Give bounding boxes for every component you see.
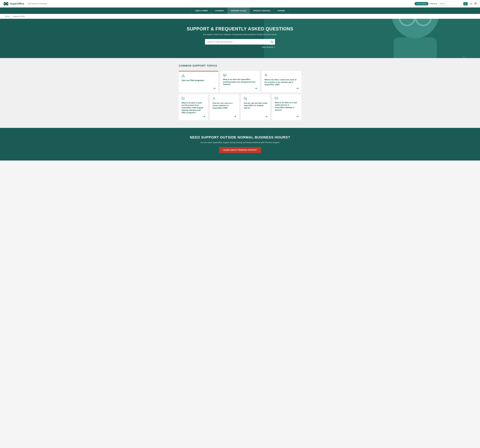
arrow-icon <box>182 116 205 118</box>
search-icon <box>465 3 466 5</box>
card-pilot-programs[interactable]: Join our Pilot programs <box>179 71 218 92</box>
arrow-icon <box>264 87 298 90</box>
cards-row-1: Join our Pilot programs <box>179 71 301 92</box>
main-navigation: USER & ADMIN LEARNING SUPPORT & FAQS PRO… <box>0 7 480 14</box>
svg-point-6 <box>465 3 466 4</box>
nav-product-updates[interactable]: PRODUCT UPDATES <box>250 7 274 14</box>
menu-icon[interactable] <box>474 2 477 5</box>
nav-forums[interactable]: FORUMS <box>274 7 289 14</box>
card-email-docs[interactable]: What to do when e-mails and documents fr… <box>179 94 208 120</box>
svg-line-31 <box>182 97 184 99</box>
learn-premium-support-button[interactable]: LEARN ABOUT PREMIUM SUPPORT <box>219 147 261 153</box>
match-all-words-label: Match all words <box>262 46 273 48</box>
card-former-employee[interactable]: How do I set a user as a former employee… <box>210 94 239 120</box>
mail-person-icon <box>244 97 267 101</box>
user-admin-button[interactable]: User & Admin <box>415 2 428 5</box>
arrow-icon <box>182 87 216 90</box>
card-title: Join our Pilot programs <box>182 79 216 82</box>
no-screen-icon <box>182 97 205 101</box>
search-person-icon <box>264 74 298 77</box>
breadcrumb-current: Support & FAQs <box>13 15 25 17</box>
cta-subtitle: You can reach SuperOffice support during… <box>5 141 475 144</box>
svg-line-21 <box>272 42 273 43</box>
breadcrumb-separator: / <box>10 15 11 17</box>
card-title: What to do when an e-mail replies bounce… <box>275 101 298 111</box>
card-title: How do I set a user as a former employee… <box>213 102 236 109</box>
svg-point-29 <box>266 74 266 75</box>
cta-section: NEED SUPPORT OUTSIDE NORMAL BUSINESS HOU… <box>0 128 480 160</box>
svg-point-4 <box>4 3 5 4</box>
section-title: COMMON SUPPORT TOPICS <box>179 64 301 67</box>
logo-area: SuperOffice Help Center & Community <box>3 1 47 6</box>
svg-line-7 <box>466 4 466 5</box>
card-archiving[interactable]: What to do when the SuperOffice archivin… <box>220 71 260 92</box>
card-title: What to do when the SuperOffice archivin… <box>223 78 257 86</box>
svg-line-28 <box>267 76 267 77</box>
hero-search-input[interactable] <box>205 39 269 44</box>
arrow-icon <box>223 87 257 90</box>
match-all-words[interactable]: Match all words ▾ <box>205 46 275 48</box>
card-title: What to do when I cannot see some of the… <box>264 79 298 86</box>
user-profile-icon[interactable] <box>469 2 473 6</box>
cards-row-2: What to do when e-mails and documents fr… <box>179 94 301 120</box>
card-title: How do I get and start using SuperOffice… <box>244 102 267 109</box>
hero-section: SUPPORT & FREQUENTLY ASKED QUESTIONS Get… <box>0 19 480 58</box>
hero-search-form <box>205 39 275 45</box>
person-icon <box>213 97 236 101</box>
top-bar-right: User & Admin Technical <box>415 2 477 6</box>
arrow-icon <box>244 116 267 118</box>
svg-point-33 <box>213 97 215 99</box>
common-support-section: COMMON SUPPORT TOPICS Join our Pilot pro… <box>0 58 480 128</box>
breadcrumb-home[interactable]: Home <box>5 15 9 17</box>
hero-background <box>264 19 480 58</box>
mail-icon <box>275 97 298 100</box>
search-icon <box>271 41 273 43</box>
superoffice-logo-icon <box>3 1 9 6</box>
triangle-warning-icon <box>182 74 216 78</box>
card-email-bounce[interactable]: What to do when an e-mail replies bounce… <box>272 94 301 120</box>
svg-point-5 <box>7 3 8 4</box>
nav-support-faqs[interactable]: SUPPORT & FAQS <box>227 7 250 14</box>
chevron-down-icon: ▾ <box>274 46 275 48</box>
top-search-button[interactable] <box>463 2 468 5</box>
card-title: What to do when e-mails and documents fr… <box>182 102 205 114</box>
svg-point-8 <box>471 3 472 4</box>
hero-title: SUPPORT & FREQUENTLY ASKED QUESTIONS <box>5 26 475 31</box>
nav-user-admin[interactable]: USER & ADMIN <box>191 7 211 14</box>
hero-search-button[interactable] <box>269 39 275 45</box>
top-search-wrapper <box>438 2 468 6</box>
svg-rect-12 <box>264 19 480 58</box>
breadcrumb: Home / Support & FAQs <box>0 14 480 19</box>
technical-button[interactable]: Technical <box>430 3 437 5</box>
nav-learning[interactable]: LEARNING <box>211 7 227 14</box>
top-search-input[interactable] <box>438 2 463 5</box>
mail-archive-icon <box>223 74 257 77</box>
svg-rect-37 <box>275 97 278 99</box>
cta-title: NEED SUPPORT OUTSIDE NORMAL BUSINESS HOU… <box>5 135 475 139</box>
card-activities[interactable]: What to do when I cannot see some of the… <box>262 71 301 92</box>
svg-point-23 <box>183 76 183 77</box>
help-center-label: Help Center & Community <box>26 3 47 5</box>
svg-point-20 <box>271 41 273 43</box>
arrow-icon <box>275 116 298 118</box>
logo-text: SuperOffice <box>10 2 24 5</box>
top-bar: SuperOffice Help Center & Community User… <box>0 0 480 7</box>
hero-subtitle: Get support. Search our collection of fr… <box>5 33 475 36</box>
svg-rect-14 <box>394 37 437 58</box>
arrow-icon <box>213 116 236 118</box>
card-outlook-addin[interactable]: How do I get and start using SuperOffice… <box>241 94 270 120</box>
